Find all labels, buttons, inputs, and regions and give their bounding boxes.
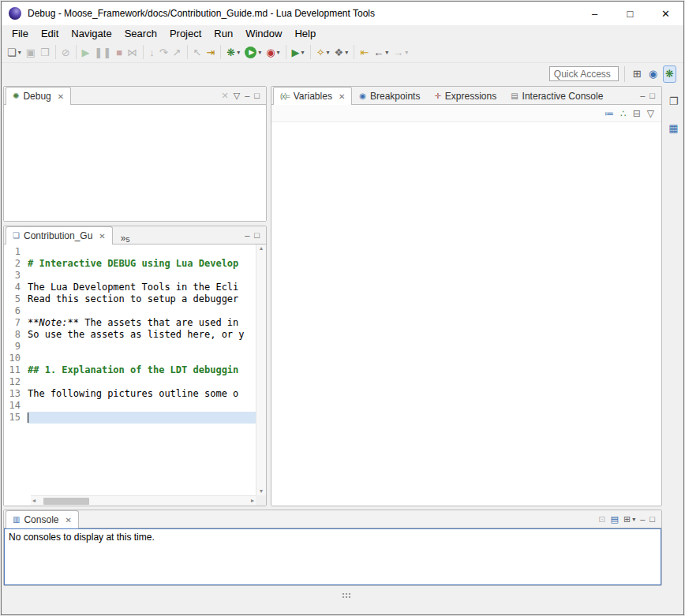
resume-button[interactable]: ▶ <box>80 43 92 61</box>
line-number[interactable]: 3 <box>4 270 28 282</box>
coverage-button[interactable]: ◉▾ <box>264 43 281 61</box>
scroll-down-icon[interactable]: ▾ <box>258 488 264 495</box>
menu-navigate[interactable]: Navigate <box>65 26 118 41</box>
menu-project[interactable]: Project <box>163 26 208 41</box>
minimize-panel-button[interactable]: – <box>638 512 646 526</box>
maximize-panel-button[interactable]: □ <box>648 512 657 526</box>
suspend-button[interactable]: ❚❚ <box>93 43 114 61</box>
drag-handle[interactable] <box>342 593 344 595</box>
show-type-names-button[interactable]: ≔ <box>603 105 616 122</box>
drop-to-frame-button[interactable]: ↖ <box>192 43 204 61</box>
editor-overflow-tabs[interactable]: » 5 <box>113 231 137 244</box>
scrollbar-thumb[interactable] <box>43 498 89 505</box>
line-number[interactable]: 13 <box>4 388 28 400</box>
close-tab-icon[interactable]: ✕ <box>58 92 64 101</box>
forward-button[interactable]: →▾ <box>391 43 410 61</box>
show-logical-structures-button[interactable]: ∴ <box>619 105 628 122</box>
line-number[interactable]: 7 <box>4 317 28 329</box>
tab-expressions[interactable]: ✛Expressions <box>427 87 503 104</box>
debug-perspective-button[interactable]: ❋ <box>663 65 676 83</box>
display-selected-console-button[interactable]: ▤ <box>609 512 620 526</box>
open-console-button[interactable]: ⊞▾ <box>622 512 637 526</box>
line-number[interactable]: 1 <box>4 246 28 258</box>
last-edit-location-button[interactable]: ⇤ <box>358 43 370 61</box>
line-number[interactable]: 12 <box>4 376 28 388</box>
minimize-window-button[interactable]: – <box>577 2 612 25</box>
menu-help[interactable]: Help <box>288 26 322 41</box>
maximize-panel-button[interactable]: □ <box>253 228 261 242</box>
close-window-button[interactable]: ✕ <box>648 2 683 25</box>
line-number[interactable]: 10 <box>4 353 28 364</box>
menu-window[interactable]: Window <box>239 26 288 41</box>
line-number[interactable]: 8 <box>4 329 28 341</box>
pin-console-button[interactable]: ⊡ <box>597 512 607 526</box>
remove-all-terminated-button[interactable]: ✕ <box>220 88 230 103</box>
scroll-left-icon[interactable]: ◂ <box>31 498 37 504</box>
line-number[interactable]: 14 <box>4 400 28 412</box>
line-number[interactable]: 5 <box>4 293 28 305</box>
tab-console[interactable]: ▥ Console ✕ <box>6 510 79 528</box>
line-number[interactable]: 9 <box>4 341 28 353</box>
view-menu-button[interactable]: ▽ <box>646 105 656 122</box>
quick-access-field[interactable]: Quick Access <box>549 66 619 81</box>
view-menu-icon: ▽ <box>234 91 240 100</box>
menu-file[interactable]: File <box>6 26 35 41</box>
minimize-panel-button[interactable]: – <box>243 88 251 103</box>
horizontal-scrollbar[interactable]: ◂ ▸ <box>31 495 256 506</box>
open-resource-button[interactable]: ❖▾ <box>333 43 350 61</box>
ldt-perspective-button[interactable]: ◉ <box>647 65 659 83</box>
collapse-all-button[interactable]: ⊟ <box>631 105 642 122</box>
terminate-button[interactable]: ■ <box>114 43 124 61</box>
line-number[interactable]: 11 <box>4 364 28 376</box>
scrollbar-track[interactable] <box>37 496 249 506</box>
disconnect-button[interactable]: ⋈ <box>125 43 139 61</box>
line-number[interactable]: 2 <box>4 258 28 270</box>
step-over-button[interactable]: ↷ <box>158 43 170 61</box>
close-tab-icon[interactable]: ✕ <box>339 92 345 101</box>
console-content[interactable]: No consoles to display at this time. <box>4 528 661 585</box>
maximize-panel-button[interactable]: □ <box>648 88 657 103</box>
menu-edit[interactable]: Edit <box>35 26 65 41</box>
run-button[interactable]: ▶▾ <box>243 43 263 61</box>
new-wizard-button[interactable]: ✧▾ <box>315 43 331 61</box>
restore-minimized-view-button[interactable]: ❐ <box>668 92 680 110</box>
layout-view-button[interactable]: ▦ <box>667 119 679 136</box>
minimize-panel-button[interactable]: – <box>638 88 646 103</box>
dropdown-arrow-icon: ▾ <box>237 49 240 56</box>
scroll-up-icon[interactable]: ▴ <box>258 245 264 252</box>
tab-variables[interactable]: (x)=Variables✕ <box>273 87 352 105</box>
line-number[interactable]: 15 <box>4 412 28 424</box>
skip-all-breakpoints-button[interactable]: ⊘ <box>60 43 72 61</box>
code-area[interactable]: 12# Interactive DEBUG using Lua Develop3… <box>4 245 256 495</box>
maximize-icon: □ <box>254 91 260 100</box>
minimize-panel-button[interactable]: – <box>243 228 251 242</box>
back-button[interactable]: ←▾ <box>372 43 390 61</box>
tab-debug[interactable]: ✺ Debug ✕ <box>6 87 71 105</box>
external-tools-button[interactable]: ▶▾ <box>290 43 306 61</box>
tab-contribution-guide[interactable]: ❏ Contribution_Gu ✕ <box>6 226 113 245</box>
line-number[interactable]: 6 <box>4 305 28 317</box>
open-perspective-button[interactable]: ⊞ <box>631 65 643 83</box>
save-all-button[interactable]: ❒ <box>39 43 51 61</box>
close-tab-icon[interactable]: ✕ <box>99 232 105 241</box>
code-line: 9 <box>4 341 256 353</box>
use-step-filters-button[interactable]: ⇥ <box>204 43 216 61</box>
save-all-icon: ❒ <box>40 47 50 58</box>
step-into-button[interactable]: ↓ <box>148 43 156 61</box>
maximize-window-button[interactable]: □ <box>612 2 648 25</box>
debug-button[interactable]: ❋▾ <box>225 43 241 61</box>
tab-interactive-console[interactable]: ▤Interactive Console <box>503 87 610 104</box>
tab-breakpoints[interactable]: ◉Breakpoints <box>352 87 427 104</box>
menu-run[interactable]: Run <box>208 26 239 41</box>
scroll-right-icon[interactable]: ▸ <box>249 498 256 504</box>
maximize-panel-button[interactable]: □ <box>253 88 261 103</box>
close-tab-icon[interactable]: ✕ <box>65 516 71 525</box>
line-number[interactable]: 4 <box>4 282 28 293</box>
view-menu-button[interactable]: ▽ <box>232 88 241 103</box>
vertical-scrollbar[interactable]: ▴ ▾ <box>256 245 266 495</box>
menu-search[interactable]: Search <box>118 26 163 41</box>
editor-content[interactable]: 12# Interactive DEBUG using Lua Develop3… <box>4 245 266 506</box>
save-button[interactable]: ▣ <box>24 43 37 61</box>
new-button[interactable]: ❏▾ <box>6 43 23 61</box>
step-return-button[interactable]: ↗ <box>171 43 183 61</box>
